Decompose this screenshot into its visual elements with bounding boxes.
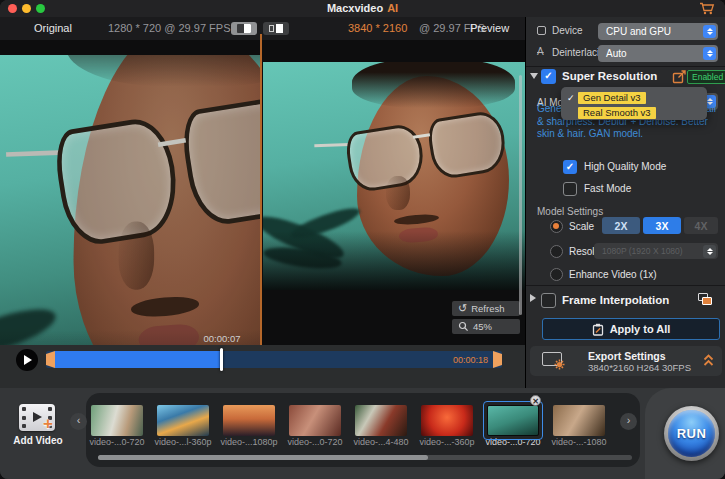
deinterlacing-icon: A	[537, 46, 544, 57]
check-icon: ✓	[567, 93, 578, 103]
menu-item-real-smooth[interactable]: Real Smooth v3	[561, 105, 707, 120]
video-thumbnail-name: video-...l-360p	[150, 437, 216, 447]
export-settings-title: Export Settings	[588, 350, 666, 362]
export-settings-panel[interactable]: Export Settings 3840*2160 H264 30FPS	[530, 346, 722, 376]
device-select[interactable]: CPU and GPU	[598, 23, 718, 40]
resolution-select[interactable]: 1080P (1920 X 1080)	[594, 243, 718, 259]
scale-4x-button[interactable]: 4X	[684, 217, 718, 234]
timeline[interactable]: 00:00:18	[46, 351, 502, 368]
fast-mode-checkbox[interactable]	[563, 182, 577, 196]
super-resolution-title: Super Resolution	[562, 70, 657, 82]
menu-item-gen-detail[interactable]: ✓ Gen Detail v3	[561, 90, 707, 105]
original-label: Original	[34, 22, 72, 34]
high-quality-checkbox[interactable]: ✓	[563, 160, 577, 174]
video-thumbnail-name: video-...4-480	[348, 437, 414, 447]
selection-ring	[483, 401, 543, 440]
divider	[526, 285, 725, 286]
preview-label: Preview	[470, 22, 509, 34]
high-quality-label: High Quality Mode	[584, 161, 666, 172]
video-thumbnail-name: video-...-1080	[546, 437, 612, 447]
thumbnail-scrollbar-track[interactable]	[98, 455, 632, 460]
expand-resize-icon[interactable]	[672, 69, 687, 84]
preview-header: Original 1280 * 720 @ 29.97 FPS 3840 * 2…	[0, 17, 525, 41]
preview-scrollbar[interactable]	[519, 75, 522, 315]
original-video-frame	[0, 55, 261, 345]
scale-radio[interactable]	[550, 220, 563, 233]
super-resolution-checkbox[interactable]: ✓	[541, 69, 556, 84]
magnifier-icon	[458, 321, 469, 332]
current-time: 00:00:07	[196, 333, 248, 344]
scroll-right-button[interactable]: ›	[620, 413, 637, 430]
app-window: MacxvideoAI Original 1280 * 720 @ 29.97 …	[0, 0, 725, 479]
side-by-side-view-icon	[269, 24, 283, 33]
device-label: Device	[552, 25, 583, 36]
output-resolution: 3840 * 2160	[348, 22, 407, 34]
fast-mode-label: Fast Mode	[584, 183, 631, 194]
compare-divider-stub	[260, 34, 262, 40]
scroll-left-button[interactable]: ‹	[70, 413, 87, 430]
trim-handle-right[interactable]	[493, 351, 502, 368]
refresh-button[interactable]: ↺ Refresh	[452, 301, 520, 316]
frame-interpolation-checkbox[interactable]	[541, 293, 556, 308]
deinterlacing-select[interactable]: Auto	[598, 45, 718, 62]
scale-label: Scale	[569, 221, 594, 232]
video-thumbnail[interactable]	[289, 405, 341, 436]
video-thumbnail-name: video-...1080p	[216, 437, 282, 447]
media-bar: + Add Video ‹ video-...0-720 video-...l-…	[0, 388, 725, 479]
play-button[interactable]	[16, 349, 38, 371]
split-view-icon	[237, 24, 251, 33]
divider	[526, 66, 725, 67]
plus-icon: +	[43, 414, 53, 434]
resolution-radio[interactable]	[550, 245, 563, 258]
playhead[interactable]	[220, 348, 223, 371]
video-thumbnail[interactable]	[223, 405, 275, 436]
video-thumbnail[interactable]	[157, 405, 209, 436]
clipboard-icon	[592, 323, 604, 336]
dropdown-stepper-icon	[703, 25, 716, 38]
timeline-progress	[55, 351, 222, 368]
frame-interpolation-label: Frame Interpolation	[562, 294, 669, 306]
video-thumbnail[interactable]	[553, 405, 605, 436]
apply-to-all-button[interactable]: Apply to All	[542, 318, 720, 340]
split-view-button[interactable]	[231, 22, 257, 35]
play-icon	[24, 355, 32, 365]
enhance-video-radio[interactable]	[550, 268, 563, 281]
enhance-video-label: Enhance Video (1x)	[569, 269, 657, 280]
preview-stage: ↺ Refresh 45%	[0, 40, 525, 345]
video-thumbnail[interactable]	[421, 405, 473, 436]
double-chevron-up-icon[interactable]	[702, 353, 715, 368]
app-title: MacxvideoAI	[0, 2, 725, 14]
video-thumbnail-name: video-...0-720	[84, 437, 150, 447]
model-settings-label: Model Settings	[537, 206, 603, 217]
device-icon	[537, 26, 546, 35]
export-settings-value: 3840*2160 H264 30FPS	[588, 362, 691, 373]
enabled-badge: Enabled	[687, 70, 725, 84]
remove-video-button[interactable]: ✕	[530, 395, 541, 406]
zoom-level-button[interactable]: 45%	[452, 319, 520, 334]
add-video-label: Add Video	[0, 435, 76, 446]
thumbnail-scrollbar-thumb[interactable]	[98, 455, 428, 460]
video-thumbnail[interactable]	[355, 405, 407, 436]
title-bar: MacxvideoAI	[0, 0, 725, 18]
trim-handle-left[interactable]	[46, 351, 55, 368]
play-icon	[33, 412, 42, 422]
scale-2x-button[interactable]: 2X	[602, 217, 640, 234]
collapse-arrow-icon[interactable]	[530, 73, 538, 79]
video-thumbnail[interactable]	[91, 405, 143, 436]
expand-arrow-icon[interactable]	[530, 294, 536, 302]
end-time: 00:00:18	[453, 355, 488, 365]
compare-divider[interactable]	[260, 40, 262, 345]
side-by-side-view-button[interactable]	[263, 22, 289, 35]
dropdown-stepper-icon	[703, 245, 716, 258]
run-button[interactable]: RUN	[664, 406, 719, 461]
add-video-button[interactable]: +	[19, 404, 55, 431]
preview-video-frame	[263, 62, 525, 290]
video-thumbnail-name: video-...-360p	[414, 437, 480, 447]
scale-3x-button[interactable]: 3X	[643, 217, 681, 234]
cart-icon[interactable]	[699, 2, 715, 15]
frames-stack-icon	[698, 293, 713, 307]
refresh-icon: ↺	[458, 302, 467, 315]
video-thumbnail-name: video-...0-720	[282, 437, 348, 447]
dropdown-stepper-icon	[703, 47, 716, 60]
settings-panel: Device CPU and GPU A Deinterlacing Auto …	[525, 17, 725, 388]
